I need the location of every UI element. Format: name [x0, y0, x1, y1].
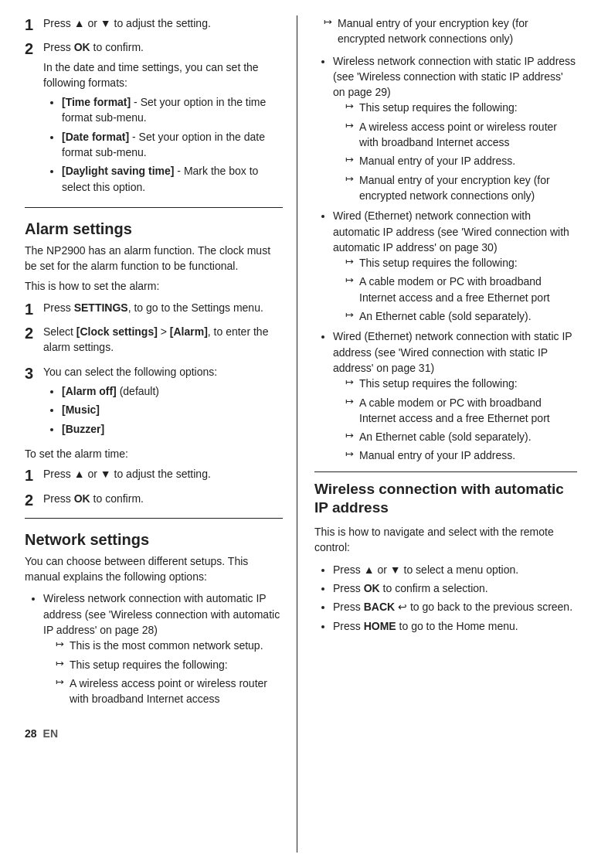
wa-ok: Press OK to confirm a selection. [333, 580, 577, 596]
arrow-access-point: A wireless access point or wireless rout… [56, 676, 283, 707]
step-number-1: 1 [25, 15, 40, 34]
alarm-option-buzzer: [Buzzer] [62, 421, 283, 437]
network-wired-auto: Wired (Ethernet) network connection with… [333, 208, 577, 324]
alarm-time-step-2: 2 Press OK to confirm. [25, 491, 283, 510]
alarm-step-1-body: Press SETTINGS, to go to the Settings me… [43, 300, 283, 319]
alarm-time-step-1-body: Press ▲ or ▼ to adjust the setting. [43, 466, 283, 485]
arrow-wa-eth: An Ethernet cable (sold separately). [345, 308, 577, 324]
format-daylight: [Daylight saving time] - Mark the box to… [62, 163, 283, 195]
network-title: Network settings [25, 531, 283, 549]
alarm-option-off: [Alarm off] (default) [62, 383, 283, 399]
wired-auto-arrows: This setup requires the following: A cab… [333, 255, 577, 324]
network-intro: You can choose between different setups.… [25, 553, 283, 585]
arrow-requires: This setup requires the following: [56, 657, 283, 672]
alarm-time-step-1-text: Press ▲ or ▼ to adjust the setting. [43, 466, 283, 482]
wa-home: Press HOME to go to the Home menu. [333, 618, 577, 634]
step-2-intro: In the date and time settings, you can s… [43, 60, 283, 91]
arrow-wst-requires: This setup requires the following: [345, 376, 577, 391]
alarm-section: Alarm settings The NP2900 has an alarm f… [25, 220, 283, 510]
alarm-time-step-2-text: Press OK to confirm. [43, 491, 283, 506]
alarm-intro-2: This is how to set the alarm: [25, 278, 283, 294]
alarm-intro-1: The NP2900 has an alarm function. The cl… [25, 243, 283, 274]
step-1-body: Press ▲ or ▼ to adjust the setting. [43, 15, 283, 35]
step-2-confirm: Press OK to confirm. [43, 39, 283, 55]
alarm-options-list: [Alarm off] (default) [Music] [Buzzer] [43, 383, 283, 437]
format-date: [Date format] - Set your option in the d… [62, 129, 283, 161]
network-wired-static: Wired (Ethernet) network connection with… [333, 328, 577, 463]
arrow-ws-enc: Manual entry of your encryption key (for… [345, 172, 577, 204]
alarm-step-2: 2 Select [Clock settings] > [Alarm], to … [25, 324, 283, 359]
arrow-wa-cable: A cable modem or PC with broadband Inter… [345, 274, 577, 305]
alarm-time-step-1: 1 Press ▲ or ▼ to adjust the setting. [25, 466, 283, 485]
page-number: 28 [25, 727, 37, 740]
alarm-time-step-num-2: 2 [25, 491, 40, 509]
alarm-time-label: To set the alarm time: [25, 446, 283, 461]
wireless-auto-title: Wireless connection with automatic IP ad… [314, 481, 564, 516]
network-wireless-auto-arrows: This is the most common network setup. T… [43, 638, 283, 706]
alarm-time-step-num-1: 1 [25, 466, 40, 485]
step-2-top: 2 Press OK to confirm. In the date and t… [25, 39, 283, 199]
right-top-arrows: Manual entry of your encryption key (for… [314, 15, 577, 47]
wa-select: Press ▲ or ▼ to select a menu option. [333, 562, 577, 577]
arrow-encryption-key-1: Manual entry of your encryption key (for… [324, 15, 577, 47]
page-footer: 28 EN [25, 712, 283, 740]
alarm-step-1: 1 Press SETTINGS, to go to the Settings … [25, 300, 283, 319]
alarm-step-num-3: 3 [25, 364, 40, 383]
arrow-wst-cable: A cable modem or PC with broadband Inter… [345, 395, 577, 427]
top-steps: 1 Press ▲ or ▼ to adjust the setting. 2 … [25, 15, 283, 199]
step-number-2: 2 [25, 39, 40, 58]
alarm-step-2-text: Select [Clock settings] > [Alarm], to en… [43, 324, 283, 356]
step-2-body: Press OK to confirm. In the date and tim… [43, 39, 283, 199]
divider-alarm [25, 207, 283, 208]
wireless-auto-intro: This is how to navigate and select with … [314, 524, 577, 556]
network-options-list: Wireless network connection with automat… [25, 591, 283, 706]
arrow-ws-ip: Manual entry of your IP address. [345, 153, 577, 168]
left-column: 1 Press ▲ or ▼ to adjust the setting. 2 … [0, 15, 297, 853]
divider-network [25, 518, 283, 519]
right-column: Manual entry of your encryption key (for… [297, 15, 591, 853]
alarm-step-1-text: Press SETTINGS, to go to the Settings me… [43, 300, 283, 315]
arrow-wst-ip: Manual entry of your IP address. [345, 448, 577, 463]
alarm-step-num-1: 1 [25, 300, 40, 318]
alarm-step-3: 3 You can select the following options: … [25, 364, 283, 441]
arrow-ws-requires: This setup requires the following: [345, 100, 577, 115]
format-list: [Time format] - Set your option in the t… [43, 94, 283, 195]
wireless-static-arrows: This setup requires the following: A wir… [333, 100, 577, 203]
alarm-step-3-text: You can select the following options: [43, 364, 283, 380]
page-lang: EN [43, 727, 58, 740]
format-time: [Time format] - Set your option in the t… [62, 94, 283, 126]
alarm-time-step-2-body: Press OK to confirm. [43, 491, 283, 510]
step-1-top: 1 Press ▲ or ▼ to adjust the setting. [25, 15, 283, 35]
wireless-auto-section: Wireless connection with automatic IP ad… [314, 471, 577, 518]
alarm-option-music: [Music] [62, 402, 283, 417]
network-wireless-static: Wireless network connection with static … [333, 53, 577, 204]
arrow-wst-eth: An Ethernet cable (sold separately). [345, 429, 577, 444]
alarm-step-num-2: 2 [25, 324, 40, 342]
step-1-text: Press ▲ or ▼ to adjust the setting. [43, 15, 283, 31]
alarm-step-3-body: You can select the following options: [A… [43, 364, 283, 441]
network-option-wireless-auto: Wireless network connection with automat… [43, 591, 283, 706]
arrow-wa-requires: This setup requires the following: [345, 255, 577, 271]
wired-static-arrows: This setup requires the following: A cab… [333, 376, 577, 463]
page-layout: 1 Press ▲ or ▼ to adjust the setting. 2 … [0, 15, 591, 853]
arrow-ws-access-point: A wireless access point or wireless rout… [345, 119, 577, 151]
alarm-title: Alarm settings [25, 220, 283, 238]
alarm-step-2-body: Select [Clock settings] > [Alarm], to en… [43, 324, 283, 359]
right-network-list: Wireless network connection with static … [314, 53, 577, 464]
arrow-common: This is the most common network setup. [56, 638, 283, 653]
wa-back: Press BACK ↩ to go back to the previous … [333, 599, 577, 614]
wireless-auto-list: Press ▲ or ▼ to select a menu option. Pr… [314, 562, 577, 634]
network-section: Network settings You can choose between … [25, 531, 283, 707]
